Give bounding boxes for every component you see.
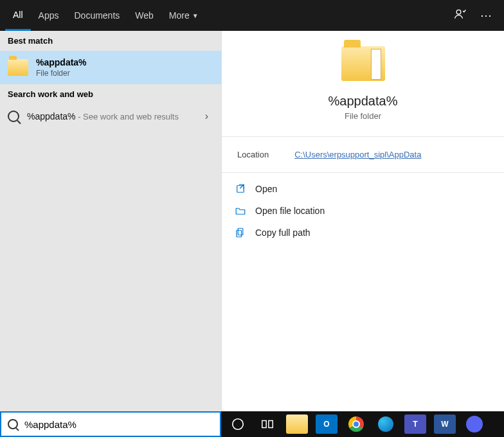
results-panel: Best match %appdata% File folder Search … (0, 31, 221, 411)
chevron-right-icon: › (205, 111, 213, 122)
taskbar-app-edge[interactable] (373, 414, 399, 434)
search-input[interactable] (24, 419, 213, 430)
web-search-result[interactable]: %appdata% - See work and web results › (0, 104, 221, 129)
feedback-icon[interactable] (447, 8, 473, 24)
tab-more[interactable]: More ▼ (161, 0, 206, 31)
svg-rect-2 (238, 228, 243, 235)
svg-rect-1 (237, 186, 244, 193)
tab-more-label: More (169, 10, 190, 21)
copy-icon (235, 227, 246, 238)
action-open-label: Open (255, 184, 277, 194)
preview-subtitle: File folder (345, 111, 381, 121)
result-title: %appdata% (36, 57, 87, 67)
folder-icon (8, 59, 28, 76)
svg-rect-5 (262, 421, 266, 428)
folder-open-icon (235, 205, 246, 217)
task-view-icon[interactable] (255, 414, 280, 434)
tab-apps[interactable]: Apps (31, 0, 67, 31)
tab-web[interactable]: Web (127, 0, 161, 31)
taskbar: O T W (221, 411, 504, 437)
svg-point-4 (233, 419, 244, 430)
taskbar-app-chrome[interactable] (343, 414, 369, 434)
open-icon (235, 183, 246, 195)
preview-title: %appdata% (328, 94, 398, 109)
action-open[interactable]: Open (235, 183, 491, 195)
tab-all[interactable]: All (5, 0, 31, 31)
web-query: %appdata% (27, 111, 76, 121)
action-open-file-location-label: Open file location (255, 206, 325, 216)
svg-rect-6 (269, 421, 273, 428)
search-box[interactable] (0, 411, 221, 437)
web-hint: - See work and web results (76, 112, 179, 121)
search-icon (8, 111, 19, 122)
search-web-header: Search work and web (0, 84, 221, 104)
more-options-icon[interactable]: ⋯ (473, 8, 499, 22)
chevron-down-icon: ▼ (192, 12, 199, 19)
result-subtitle: File folder (36, 69, 87, 78)
best-match-header: Best match (0, 31, 221, 51)
action-open-file-location[interactable]: Open file location (235, 205, 491, 217)
svg-point-0 (456, 10, 461, 14)
cortana-icon[interactable] (225, 414, 251, 434)
taskbar-app-explorer[interactable] (284, 414, 310, 434)
tab-documents[interactable]: Documents (66, 0, 127, 31)
taskbar-app-outlook[interactable]: O (314, 414, 339, 434)
svg-rect-3 (237, 230, 242, 237)
action-copy-full-path[interactable]: Copy full path (235, 227, 491, 238)
location-label: Location (237, 150, 269, 159)
folder-large-icon (341, 46, 385, 81)
search-scope-tabs: All Apps Documents Web More ▼ ⋯ (0, 0, 504, 31)
action-copy-full-path-label: Copy full path (255, 227, 310, 238)
best-match-result[interactable]: %appdata% File folder (0, 51, 221, 84)
taskbar-app-teams[interactable]: T (402, 414, 428, 434)
taskbar-app-word[interactable]: W (432, 414, 458, 434)
search-icon (8, 419, 18, 429)
location-path-link[interactable]: C:\Users\erpsupport_sipl\AppData (294, 150, 421, 159)
preview-panel: %appdata% File folder Location C:\Users\… (221, 31, 504, 411)
taskbar-app-discord[interactable] (462, 414, 487, 434)
location-row: Location C:\Users\erpsupport_sipl\AppDat… (222, 136, 504, 173)
